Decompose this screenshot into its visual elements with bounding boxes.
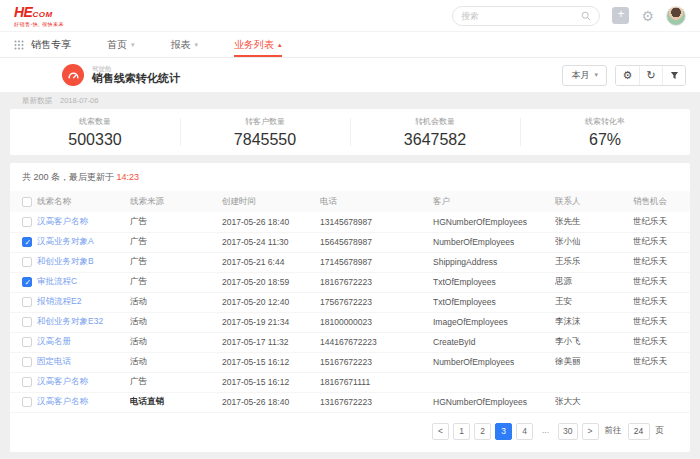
lead-source-cell: 广告 <box>130 372 222 392</box>
page-button[interactable]: ... <box>537 423 554 440</box>
table-row: 报销流程E2 活动 2017-05-20 12:40 17567672223 T… <box>10 292 690 312</box>
opportunity-cell: 世纪乐天 <box>633 272 690 292</box>
table-row: 固定电话 活动 2017-05-15 16:12 15167672223 Num… <box>10 352 690 372</box>
row-checkbox[interactable] <box>22 237 32 247</box>
select-all-checkbox[interactable] <box>22 197 32 207</box>
lead-source-cell: 活动 <box>130 312 222 332</box>
created-time-cell: 2017-05-21 6:44 <box>222 252 320 272</box>
user-avatar[interactable] <box>666 6 686 26</box>
stat-item: 转客户数量 7845550 <box>180 109 350 155</box>
topbar-actions: + ⚙ <box>452 6 686 26</box>
row-checkbox[interactable] <box>22 217 32 227</box>
page-button[interactable]: 30 <box>558 423 577 440</box>
app-grid-icon <box>14 40 24 50</box>
opportunity-cell <box>633 392 690 412</box>
customer-cell: TxtOfEmployees <box>433 292 555 312</box>
nav-tab[interactable]: 报表 ▾ <box>171 32 199 57</box>
row-checkbox[interactable] <box>22 277 32 287</box>
opportunity-cell: 世纪乐天 <box>633 352 690 372</box>
add-button[interactable]: + <box>612 7 629 24</box>
table-row: 和创业务对象E32 活动 2017-05-19 21:34 1810000002… <box>10 312 690 332</box>
lead-name-link[interactable]: 固定电话 <box>37 356 71 366</box>
leads-table: 线索名称 线索来源 创建时间 电话 客户 联系人 销售机会 汉高客户名称 广告 … <box>10 191 690 413</box>
global-search[interactable] <box>452 6 600 26</box>
contact-cell: 张小仙 <box>555 232 633 252</box>
phone-cell: 18100000023 <box>320 312 433 332</box>
page-header: 驾驶舱 销售线索转化统计 本月 ▾ ⚙ ↻ <box>0 58 700 92</box>
top-bar: HECOM 好销售-快, 很快未来 + ⚙ <box>0 0 700 32</box>
table-header-row: 线索名称 线索来源 创建时间 电话 客户 联系人 销售机会 <box>10 191 690 212</box>
nav-tab[interactable]: 首页 ▾ <box>107 32 135 57</box>
opportunity-cell: 世纪乐天 <box>633 212 690 232</box>
opportunity-cell: 世纪乐天 <box>633 332 690 352</box>
dashboard-icon <box>62 64 84 86</box>
page-title: 销售线索转化统计 <box>92 72 180 85</box>
page-button[interactable]: 2 <box>474 423 491 440</box>
row-checkbox[interactable] <box>22 317 32 327</box>
update-time: 14:23 <box>117 172 140 182</box>
workspace-switcher[interactable]: 销售专享 <box>14 32 71 57</box>
meta-label: 最新数据 <box>22 96 52 106</box>
lead-name-link[interactable]: 汉高客户名称 <box>37 216 88 226</box>
phone-cell: 13167672223 <box>320 392 433 412</box>
settings-button[interactable]: ⚙ <box>616 66 639 85</box>
period-select[interactable]: 本月 ▾ <box>562 65 607 86</box>
lead-name-link[interactable]: 和创业务对象E32 <box>37 316 103 326</box>
goto-page-input[interactable] <box>628 423 650 440</box>
lead-name-link[interactable]: 汉高业务对象A <box>37 236 94 246</box>
contact-cell: 李沫沫 <box>555 312 633 332</box>
page-button[interactable]: 3 <box>495 423 512 440</box>
hecom-logo[interactable]: HECOM 好销售-快, 很快未来 <box>14 4 64 27</box>
row-checkbox[interactable] <box>22 357 32 367</box>
lead-name-link[interactable]: 汉高客户名称 <box>37 376 88 386</box>
opportunity-cell <box>633 372 690 392</box>
prev-page-button[interactable]: < <box>432 423 449 440</box>
row-checkbox[interactable] <box>22 337 32 347</box>
column-header-opportunity: 销售机会 <box>633 191 690 212</box>
nav-tab[interactable]: 业务列表 ▴ <box>234 32 282 57</box>
table-row: 汉高客户名称 电话直销 2017-05-26 18:40 13167672223… <box>10 392 690 412</box>
app-window: HECOM 好销售-快, 很快未来 + ⚙ <box>0 0 700 459</box>
column-header-customer: 客户 <box>433 191 555 212</box>
lead-name-link[interactable]: 汉高名册 <box>37 336 71 346</box>
settings-icon[interactable]: ⚙ <box>641 9 654 23</box>
lead-name-link[interactable]: 审批流程C <box>37 276 77 286</box>
lead-source-cell: 广告 <box>130 252 222 272</box>
page-button[interactable]: 4 <box>516 423 533 440</box>
search-input[interactable] <box>461 11 581 21</box>
phone-cell: 15167672223 <box>320 352 433 372</box>
category-label: 驾驶舱 <box>92 65 180 73</box>
lead-name-link[interactable]: 和创业务对象B <box>37 256 94 266</box>
lead-name-link[interactable]: 报销流程E2 <box>37 296 81 306</box>
column-header-phone: 电话 <box>320 191 433 212</box>
row-checkbox[interactable] <box>22 257 32 267</box>
refresh-button[interactable]: ↻ <box>639 66 662 85</box>
customer-cell: HGNumberOfEmployees <box>433 392 555 412</box>
nav-tab-label: 首页 <box>107 38 127 52</box>
table-row: 汉高客户名称 广告 2017-05-15 16:12 18167671111 <box>10 372 690 392</box>
opportunity-cell: 世纪乐天 <box>633 232 690 252</box>
lead-source-cell: 电话直销 <box>130 392 222 412</box>
created-time-cell: 2017-05-20 12:40 <box>222 292 320 312</box>
phone-cell: 18167672223 <box>320 272 433 292</box>
row-checkbox[interactable] <box>22 297 32 307</box>
row-checkbox[interactable] <box>22 377 32 387</box>
row-checkbox[interactable] <box>22 397 32 407</box>
lead-name-link[interactable]: 汉高客户名称 <box>37 396 88 406</box>
logo-text-main: HE <box>14 4 32 20</box>
opportunity-cell: 世纪乐天 <box>633 252 690 272</box>
page-button[interactable]: 1 <box>453 423 470 440</box>
lead-source-cell: 活动 <box>130 332 222 352</box>
chevron-icon: ▾ <box>131 41 135 49</box>
created-time-cell: 2017-05-15 16:12 <box>222 372 320 392</box>
stat-item: 线索数量 500330 <box>10 109 180 155</box>
goto-label: 前往 <box>605 425 622 437</box>
column-header-contact: 联系人 <box>555 191 633 212</box>
filter-button[interactable] <box>662 66 685 85</box>
lead-source-cell: 活动 <box>130 292 222 312</box>
customer-cell <box>433 372 555 392</box>
next-page-button[interactable]: > <box>582 423 599 440</box>
stat-label: 线索转化率 <box>585 116 625 127</box>
created-time-cell: 2017-05-24 11:30 <box>222 232 320 252</box>
nav-bar: 销售专享 首页 ▾ 报表 ▾ 业务列表 ▴ <box>0 32 700 58</box>
